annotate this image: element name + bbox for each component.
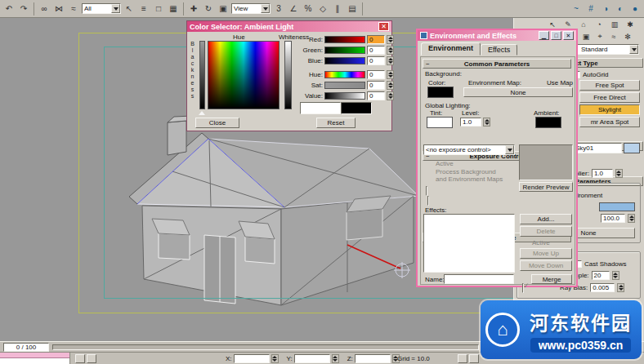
blackness-marker[interactable] xyxy=(199,111,205,115)
channel-value-field[interactable]: 0 xyxy=(367,91,385,100)
background-color-swatch[interactable] xyxy=(427,87,454,98)
set-key-button[interactable] xyxy=(458,354,467,363)
selection-filter-dropdown[interactable]: All xyxy=(82,3,121,14)
toolbar-icon[interactable]: ≈ xyxy=(67,2,80,16)
channel-value-field[interactable]: 0 xyxy=(367,70,385,79)
rays-spinner[interactable] xyxy=(612,271,619,280)
toolbar-icon[interactable]: ◇ xyxy=(316,2,329,16)
channel-spinner[interactable] xyxy=(387,46,394,55)
toolbar-icon[interactable]: 3 xyxy=(272,2,285,16)
panel-tab-icon[interactable]: ✱ xyxy=(624,19,636,29)
add-effect-button[interactable]: Add... xyxy=(520,214,572,224)
sky-map-amount-field[interactable]: 100.0 xyxy=(601,214,625,223)
category-icon[interactable]: ≈ xyxy=(608,31,619,42)
auto-key-button[interactable] xyxy=(469,354,479,363)
hue-saturation-box[interactable] xyxy=(208,41,280,109)
channel-spinner[interactable] xyxy=(387,56,394,65)
light-type-button[interactable]: Free Spot xyxy=(579,80,640,91)
channel-spinner[interactable] xyxy=(387,91,394,100)
time-slider-handle[interactable]: 0 / 100 xyxy=(3,343,49,352)
toolbar-icon[interactable]: ↻ xyxy=(202,2,215,16)
panel-tab-icon[interactable]: ◔ xyxy=(593,19,605,29)
channel-gradient-bar[interactable] xyxy=(324,92,365,100)
toolbar-icon[interactable]: ↷ xyxy=(17,2,30,16)
toolbar-icon[interactable]: ↶ xyxy=(2,2,16,16)
channel-gradient-bar[interactable] xyxy=(324,71,365,78)
category-icon[interactable]: ✻ xyxy=(622,31,633,42)
channel-spinner[interactable] xyxy=(387,35,394,44)
axis-value-field[interactable] xyxy=(234,354,270,363)
time-slider-track[interactable] xyxy=(52,344,479,350)
category-icon[interactable]: ▣ xyxy=(580,31,592,42)
toolbar-icon[interactable]: # xyxy=(584,2,597,16)
level-field[interactable]: 1.0 xyxy=(460,118,481,127)
channel-spinner[interactable] xyxy=(387,70,394,79)
listener-macro-row[interactable] xyxy=(0,353,69,358)
channel-value-field[interactable]: 0 xyxy=(367,81,385,90)
channel-gradient-bar[interactable] xyxy=(324,47,365,54)
channel-value-field[interactable]: 0 xyxy=(367,35,385,44)
sky-color-swatch[interactable] xyxy=(599,202,635,211)
ray-bias-spinner[interactable] xyxy=(617,283,624,292)
toolbar-icon[interactable]: □ xyxy=(152,2,165,16)
toolbar-icon[interactable]: ∥ xyxy=(331,2,344,16)
effect-name-field[interactable] xyxy=(444,274,514,284)
toolbar-icon[interactable]: ∞ xyxy=(38,2,51,16)
panel-tab-icon[interactable]: ⌂ xyxy=(578,19,589,29)
effects-listbox[interactable] xyxy=(423,214,515,273)
toolbar-icon[interactable]: ◑ xyxy=(599,2,612,16)
ambient-color-swatch[interactable] xyxy=(535,117,561,128)
toolbar-icon[interactable]: ▦ xyxy=(167,2,180,16)
effect-active-checkbox[interactable] xyxy=(522,283,524,293)
listener-script-row[interactable] xyxy=(0,358,69,364)
reference-coordsys-dropdown[interactable]: View xyxy=(231,3,271,14)
channel-gradient-bar[interactable] xyxy=(324,82,365,89)
absolute-offset-toggle[interactable] xyxy=(87,354,96,363)
window-control-button[interactable]: ▁ xyxy=(539,31,549,40)
toolbar-icon[interactable]: ⋈ xyxy=(52,2,65,16)
tint-swatch[interactable] xyxy=(427,117,453,128)
axis-value-field[interactable] xyxy=(294,354,330,363)
move-up-button[interactable]: Move Up xyxy=(520,248,572,259)
whiteness-strip[interactable] xyxy=(284,41,292,109)
reset-button[interactable]: Reset xyxy=(316,118,356,128)
move-down-button[interactable]: Move Down xyxy=(520,260,572,271)
channel-value-field[interactable]: 0 xyxy=(367,46,385,55)
close-button[interactable]: Close xyxy=(195,118,239,128)
merge-button[interactable]: Merge xyxy=(531,274,572,284)
env-dialog-tab[interactable]: Effects xyxy=(481,44,517,55)
multiplier-spinner[interactable] xyxy=(615,169,623,178)
channel-gradient-bar[interactable] xyxy=(324,36,365,43)
window-control-button[interactable]: □ xyxy=(551,31,561,40)
color-selector-titlebar[interactable]: Color Selector: Ambient Light ✕ xyxy=(187,21,391,32)
axis-value-field[interactable] xyxy=(355,354,391,363)
multiplier-field[interactable]: 1.0 xyxy=(592,169,613,178)
delete-effect-button[interactable]: Delete xyxy=(520,226,572,237)
sky-map-spinner[interactable] xyxy=(628,214,635,223)
toolbar-icon[interactable]: % xyxy=(302,2,315,16)
blackness-strip[interactable] xyxy=(199,41,205,109)
light-type-button[interactable]: Free Direct xyxy=(579,92,640,103)
toolbar-icon[interactable]: ▤ xyxy=(346,2,359,16)
env-dialog-titlebar[interactable]: Environment and Effects ▁□✕ xyxy=(418,30,576,41)
environment-map-button[interactable]: None xyxy=(463,87,573,97)
env-dialog-tab[interactable]: Environment xyxy=(421,42,481,55)
toolbar-icon[interactable]: ▣ xyxy=(217,2,230,16)
render-preview-button[interactable]: Render Preview xyxy=(519,182,573,192)
exposure-control-dropdown[interactable]: <no exposure control> xyxy=(423,144,515,155)
toolbar-icon[interactable]: ~ xyxy=(570,2,583,16)
object-color-swatch[interactable] xyxy=(624,143,640,153)
toolbar-icon[interactable]: ↖ xyxy=(123,2,136,16)
process-background-checkbox[interactable] xyxy=(427,196,429,206)
channel-value-field[interactable]: 0 xyxy=(367,56,385,65)
rollout-common-parameters[interactable]: Common Parameters xyxy=(423,59,571,69)
toolbar-icon[interactable]: ≡ xyxy=(137,2,150,16)
channel-gradient-bar[interactable] xyxy=(324,57,365,64)
panel-tab-icon[interactable]: ▥ xyxy=(609,19,620,29)
exposure-active-checkbox[interactable] xyxy=(426,186,427,196)
ray-bias-field[interactable]: 0.005 xyxy=(590,283,615,292)
window-control-button[interactable]: ✕ xyxy=(563,31,574,40)
axis-spinner[interactable] xyxy=(271,354,279,363)
light-type-button[interactable]: mr Area Spot xyxy=(579,117,640,127)
selection-lock-toggle[interactable] xyxy=(75,354,85,363)
